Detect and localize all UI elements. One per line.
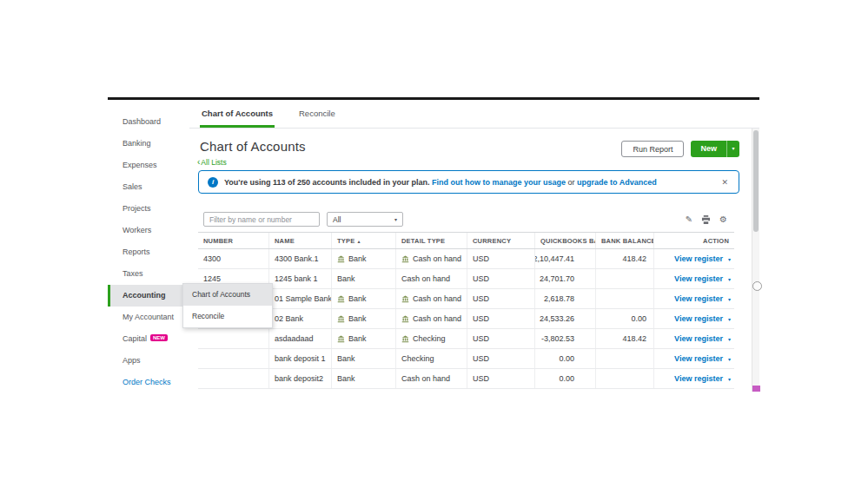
view-register-caret-icon[interactable]: ▾: [728, 296, 731, 302]
column-header-name[interactable]: NAME: [269, 233, 332, 248]
table-row[interactable]: 01 Sample BankBankCash on handUSD2,618.7…: [198, 289, 734, 309]
sidebar-item-label: Order Checks: [123, 378, 171, 386]
sidebar-item-accounting[interactable]: Accounting: [108, 285, 189, 307]
sidebar-item-reports[interactable]: Reports: [108, 241, 189, 263]
all-lists-link[interactable]: ‹All Lists: [197, 157, 306, 167]
table-row[interactable]: 43004300 Bank.1BankCash on handUSD2,10,4…: [198, 249, 734, 269]
new-button[interactable]: New ▾: [691, 141, 739, 157]
type-filter-value: All: [333, 215, 341, 224]
column-header-action[interactable]: ACTION: [654, 233, 734, 248]
type-label: Bank: [348, 254, 367, 263]
submenu-item-reconcile[interactable]: Reconcile: [183, 306, 272, 327]
cell-number: [198, 329, 269, 348]
view-register-caret-icon[interactable]: ▾: [728, 316, 731, 322]
scrollbar-thumb[interactable]: [753, 130, 759, 232]
run-report-button[interactable]: Run Report: [621, 141, 684, 157]
sidebar-item-label: Projects: [123, 204, 151, 213]
column-header-quickbooks-balance[interactable]: QUICKBOOKS BALANCE: [535, 233, 596, 248]
column-header-type[interactable]: TYPE▴: [332, 233, 396, 248]
accounts-card: All ▾ ✎ ⚙ NUMBERNAMETYPE▴DETAIL TYPECURR…: [198, 207, 734, 389]
info-icon: i: [208, 177, 218, 188]
cell-type: Bank: [332, 369, 396, 388]
cell-detail-type: Cash on hand: [396, 249, 467, 268]
all-lists-label: All Lists: [201, 158, 226, 167]
table-row[interactable]: bank deposit 1BankCheckingUSD0.00View re…: [198, 349, 734, 369]
view-register-caret-icon[interactable]: ▾: [728, 356, 731, 362]
sidebar-item-capital[interactable]: CapitalNEW: [108, 328, 189, 350]
manage-usage-link[interactable]: Find out how to manage your usage: [432, 178, 566, 187]
view-register-link[interactable]: View register: [674, 314, 723, 323]
cell-action: View register▾: [654, 329, 734, 348]
edit-pencil-icon[interactable]: ✎: [686, 215, 692, 224]
sidebar-item-order-checks[interactable]: Order Checks: [108, 372, 189, 393]
view-register-link[interactable]: View register: [674, 274, 723, 283]
view-register-link[interactable]: View register: [674, 334, 723, 343]
tab-chart-of-accounts[interactable]: Chart of Accounts: [200, 100, 275, 128]
banner-text: You're using 113 of 250 accounts include…: [224, 178, 657, 187]
print-icon[interactable]: [701, 215, 711, 224]
view-register-caret-icon[interactable]: ▾: [728, 276, 731, 282]
sidebar-item-sales[interactable]: Sales: [108, 176, 189, 198]
type-filter-select[interactable]: All ▾: [327, 212, 403, 227]
table-row[interactable]: 12451245 bank 1BankCash on handUSD24,701…: [198, 269, 734, 289]
bank-account-icon: [337, 295, 345, 303]
cell-name: 4300 Bank.1: [269, 249, 332, 268]
detail-type-icon: [401, 335, 409, 343]
cell-detail-type: Cash on hand: [396, 269, 467, 288]
table-row[interactable]: bank deposit2BankCash on handUSD0.00View…: [198, 369, 734, 389]
cell-name: 02 Bank: [269, 309, 332, 328]
sidebar-item-taxes[interactable]: Taxes: [108, 263, 189, 285]
detail-type-icon: [401, 255, 409, 263]
cell-action: View register▾: [654, 349, 734, 368]
banner-close-icon[interactable]: ✕: [719, 176, 730, 188]
view-register-caret-icon[interactable]: ▾: [728, 256, 731, 262]
title-row: Chart of Accounts ‹All Lists Run Report …: [189, 129, 752, 167]
sidebar-item-dashboard[interactable]: Dashboard: [108, 111, 189, 133]
cell-currency: USD: [467, 249, 535, 268]
sidebar-item-workers[interactable]: Workers: [108, 220, 189, 241]
sidebar-item-label: Banking: [123, 139, 151, 148]
filter-input[interactable]: [203, 212, 320, 227]
sidebar-item-banking[interactable]: Banking: [108, 133, 189, 155]
cell-currency: USD: [467, 349, 535, 368]
column-header-detail-type[interactable]: DETAIL TYPE: [396, 233, 467, 248]
title-block: Chart of Accounts ‹All Lists: [200, 139, 306, 167]
main-area: Chart of AccountsReconcile Chart of Acco…: [189, 100, 759, 392]
submenu-item-chart-of-accounts[interactable]: Chart of Accounts: [183, 284, 272, 306]
view-register-link[interactable]: View register: [674, 354, 723, 363]
cell-quickbooks-balance: 24,533.26: [535, 309, 596, 328]
column-header-bank-balance[interactable]: BANK BALANCE: [596, 233, 654, 248]
cell-quickbooks-balance: 0.00: [535, 369, 596, 388]
sidebar-item-apps[interactable]: Apps: [108, 350, 189, 372]
view-register-link[interactable]: View register: [674, 294, 723, 303]
column-header-number[interactable]: NUMBER: [198, 233, 269, 248]
cell-action: View register▾: [654, 269, 734, 288]
upgrade-advanced-link[interactable]: upgrade to Advanced: [577, 178, 657, 187]
new-dropdown-caret-icon[interactable]: ▾: [726, 141, 739, 157]
new-badge: NEW: [150, 334, 168, 341]
detail-type-label: Checking: [401, 354, 434, 363]
cell-number: [198, 349, 269, 368]
view-register-link[interactable]: View register: [674, 374, 723, 383]
sidebar-item-projects[interactable]: Projects: [108, 198, 189, 220]
scrollbar[interactable]: [752, 129, 759, 392]
title-actions: Run Report New ▾: [621, 141, 739, 157]
column-header-currency[interactable]: CURRENCY: [467, 233, 535, 248]
tab-reconcile[interactable]: Reconcile: [297, 100, 337, 128]
sidebar-item-my-accountant[interactable]: My Accountant: [108, 307, 189, 328]
table-row[interactable]: asdaadaadBankCheckingUSD-3,802.53418.42V…: [198, 329, 734, 349]
cell-quickbooks-balance: 2,618.78: [535, 289, 596, 308]
view-register-link[interactable]: View register: [674, 254, 723, 263]
type-label: Bank: [348, 294, 367, 303]
settings-gear-icon[interactable]: ⚙: [719, 215, 727, 224]
sidebar: DashboardBankingExpensesSalesProjectsWor…: [108, 100, 189, 392]
sidebar-item-expenses[interactable]: Expenses: [108, 155, 189, 176]
cell-currency: USD: [467, 289, 535, 308]
sidebar-item-label: Accounting: [123, 291, 166, 300]
sidebar-item-label: Expenses: [123, 161, 157, 169]
type-label: Bank: [337, 374, 355, 383]
cell-currency: USD: [467, 329, 535, 348]
view-register-caret-icon[interactable]: ▾: [728, 376, 731, 382]
view-register-caret-icon[interactable]: ▾: [728, 336, 731, 342]
table-row[interactable]: 02 BankBankCash on handUSD24,533.260.00V…: [198, 309, 734, 329]
